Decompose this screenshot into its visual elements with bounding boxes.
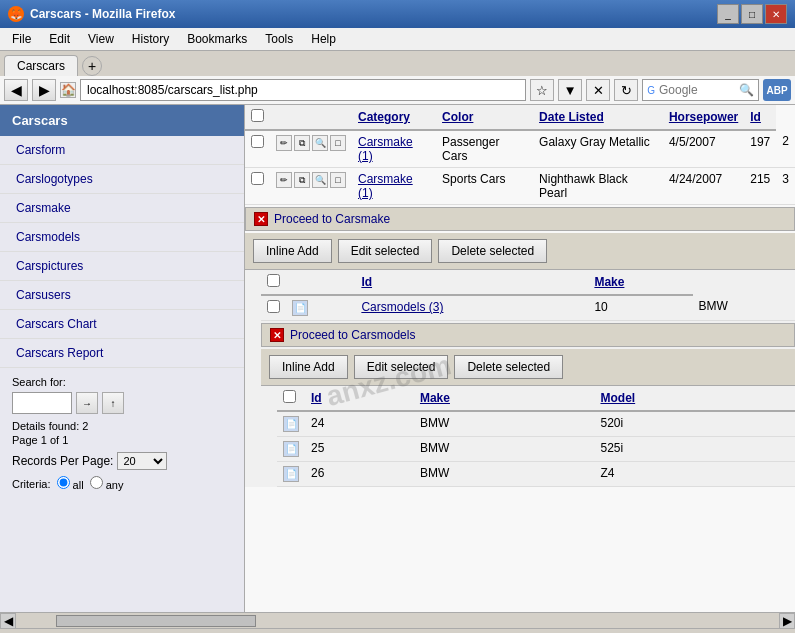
row2-link[interactable]: Carsmake (1) — [358, 172, 413, 200]
row1-date: 4/5/2007 — [663, 130, 744, 168]
sidebar-item-carsmake[interactable]: Carsmake — [0, 194, 244, 223]
inline-add-button-1[interactable]: Inline Add — [253, 239, 332, 263]
sort-color-link[interactable]: Color — [442, 110, 473, 124]
row1-checkbox[interactable] — [251, 135, 264, 148]
search-clear-button[interactable]: ↑ — [102, 392, 124, 414]
row1-view-icon[interactable]: 🔍 — [312, 135, 328, 151]
favorite-button[interactable]: ☆ — [530, 79, 554, 101]
model-row1-icon[interactable]: 📄 — [283, 416, 299, 432]
criteria-any-radio[interactable] — [90, 476, 103, 489]
proceed-carsmodels-icon[interactable]: ✕ — [270, 328, 284, 342]
edit-selected-button-1[interactable]: Edit selected — [338, 239, 433, 263]
menu-history[interactable]: History — [124, 30, 177, 48]
inline-add-button-2[interactable]: Inline Add — [269, 355, 348, 379]
row1-actions: ✏ ⧉ 🔍 □ — [270, 130, 352, 168]
models-sort-id-link[interactable]: Id — [311, 391, 322, 405]
row2-checkbox[interactable] — [251, 172, 264, 185]
row2-copy-icon[interactable]: ⧉ — [294, 172, 310, 188]
table-row: 📄 24 BMW 520i — [277, 411, 795, 437]
close-button[interactable]: ✕ — [765, 4, 787, 24]
stop-button[interactable]: ✕ — [586, 79, 610, 101]
home-button[interactable]: 🏠 — [60, 82, 76, 98]
menu-view[interactable]: View — [80, 30, 122, 48]
header-date-listed: Date Listed — [533, 105, 663, 130]
tab-carscars[interactable]: Carscars — [4, 55, 78, 76]
sidebar-item-carscars-report[interactable]: Carscars Report — [0, 339, 244, 368]
sub-header-id: Id — [355, 270, 588, 295]
back-button[interactable]: ◀ — [4, 79, 28, 101]
window-title-bar: 🦊 Carscars - Mozilla Firefox _ □ ✕ — [0, 0, 795, 28]
row1-edit-icon[interactable]: ✏ — [276, 135, 292, 151]
menu-file[interactable]: File — [4, 30, 39, 48]
model-row3-icon[interactable]: 📄 — [283, 466, 299, 482]
sort-date-link[interactable]: Date Listed — [539, 110, 604, 124]
search-go-button[interactable]: → — [76, 392, 98, 414]
sub-select-all-checkbox[interactable] — [267, 274, 280, 287]
search-input[interactable] — [659, 83, 739, 97]
forward-button[interactable]: ▶ — [32, 79, 56, 101]
scroll-thumb[interactable] — [56, 615, 256, 627]
criteria-all-radio[interactable] — [57, 476, 70, 489]
reload-button[interactable]: ↻ — [614, 79, 638, 101]
row1-checkbox2[interactable]: □ — [330, 135, 346, 151]
sidebar-item-carspictures[interactable]: Carspictures — [0, 252, 244, 281]
row2-checkbox2[interactable]: □ — [330, 172, 346, 188]
maximize-button[interactable]: □ — [741, 4, 763, 24]
sub-row1-link[interactable]: Carsmodels (3) — [361, 300, 443, 314]
menu-edit[interactable]: Edit — [41, 30, 78, 48]
sub-sort-make-link[interactable]: Make — [594, 275, 624, 289]
row2-view-icon[interactable]: 🔍 — [312, 172, 328, 188]
menu-bookmarks[interactable]: Bookmarks — [179, 30, 255, 48]
sidebar-item-carslogotypes[interactable]: Carslogotypes — [0, 165, 244, 194]
sidebar-item-carscars-chart[interactable]: Carscars Chart — [0, 310, 244, 339]
records-row: Records Per Page: 20 50 100 — [12, 452, 232, 470]
sidebar: Carscars Carsform Carslogotypes Carsmake… — [0, 105, 245, 612]
select-all-checkbox[interactable] — [251, 109, 264, 122]
records-per-page-select[interactable]: 20 50 100 — [117, 452, 167, 470]
row1-copy-icon[interactable]: ⧉ — [294, 135, 310, 151]
header-category: Category — [352, 105, 436, 130]
proceed-carsmake-link[interactable]: Proceed to Carsmake — [274, 212, 390, 226]
row1-link[interactable]: Carsmake (1) — [358, 135, 413, 163]
models-sort-make-link[interactable]: Make — [420, 391, 450, 405]
delete-selected-button-2[interactable]: Delete selected — [454, 355, 563, 379]
action-bar-1: ✕ Proceed to Carsmake — [245, 207, 795, 231]
edit-selected-button-2[interactable]: Edit selected — [354, 355, 449, 379]
search-label: Search for: — [12, 376, 232, 388]
delete-selected-button-1[interactable]: Delete selected — [438, 239, 547, 263]
sidebar-item-carsmodels[interactable]: Carsmodels — [0, 223, 244, 252]
proceed-carsmodels-link[interactable]: Proceed to Carsmodels — [290, 328, 415, 342]
sub-row1-checkbox[interactable] — [267, 300, 280, 313]
horizontal-scrollbar[interactable]: ◀ ▶ — [0, 612, 795, 628]
models-sort-model-link[interactable]: Model — [600, 391, 635, 405]
search-input-box[interactable] — [12, 392, 72, 414]
scroll-left-button[interactable]: ◀ — [0, 613, 16, 629]
row2-hp: 215 — [744, 168, 776, 205]
bookmark-button[interactable]: ▼ — [558, 79, 582, 101]
menu-help[interactable]: Help — [303, 30, 344, 48]
sub-sort-id-link[interactable]: Id — [361, 275, 372, 289]
criteria-row: Criteria: all any — [12, 476, 232, 491]
models-select-all-checkbox[interactable] — [283, 390, 296, 403]
scroll-right-button[interactable]: ▶ — [779, 613, 795, 629]
proceed-carsmake-icon[interactable]: ✕ — [254, 212, 268, 226]
search-row: → ↑ — [12, 392, 232, 414]
minimize-button[interactable]: _ — [717, 4, 739, 24]
sub-row1-icon[interactable]: 📄 — [292, 300, 308, 316]
sort-category-link[interactable]: Category — [358, 110, 410, 124]
menu-tools[interactable]: Tools — [257, 30, 301, 48]
search-submit-icon[interactable]: 🔍 — [739, 83, 754, 97]
sort-id-link[interactable]: Id — [750, 110, 761, 124]
model-row2-icon[interactable]: 📄 — [283, 441, 299, 457]
model-row1-make: BMW — [414, 411, 595, 437]
new-tab-button[interactable]: + — [82, 56, 102, 76]
window-controls: _ □ ✕ — [717, 4, 787, 24]
row2-edit-icon[interactable]: ✏ — [276, 172, 292, 188]
row2-date: 4/24/2007 — [663, 168, 744, 205]
google-icon: G — [647, 85, 655, 96]
sidebar-item-carsusers[interactable]: Carsusers — [0, 281, 244, 310]
sidebar-item-carsform[interactable]: Carsform — [0, 136, 244, 165]
details-found: Details found: 2 — [12, 420, 232, 432]
address-input[interactable] — [80, 79, 526, 101]
sort-hp-link[interactable]: Horsepower — [669, 110, 738, 124]
